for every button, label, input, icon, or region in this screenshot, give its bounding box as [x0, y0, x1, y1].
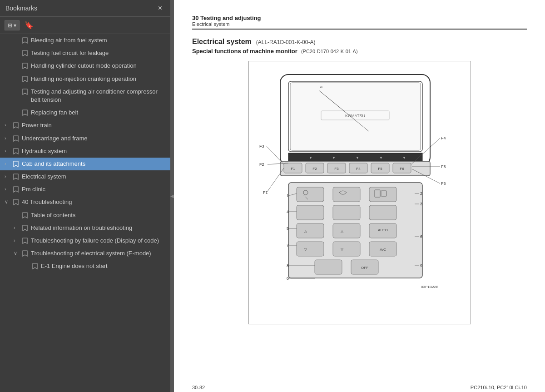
bookmark-icon [22, 75, 28, 83]
bookmark-label: E-1 Engine does not start [41, 262, 167, 270]
bookmark-label: Pm clinic [22, 185, 167, 194]
bookmarks-tree: Bleeding air from fuel system Testing fu… [0, 34, 170, 392]
svg-text:F5: F5 [378, 167, 382, 171]
bookmark-label: Power train [22, 121, 167, 129]
bookmark-icon [13, 122, 19, 129]
svg-text:F1: F1 [263, 190, 268, 195]
svg-rect-49 [297, 223, 324, 238]
section-title-text: Electrical system [192, 38, 252, 46]
bookmark-icon [32, 263, 38, 270]
close-button[interactable]: × [155, 4, 165, 13]
svg-text:6: 6 [420, 234, 422, 239]
svg-text:△: △ [341, 229, 344, 233]
svg-rect-48 [369, 205, 396, 220]
bookmark-icon [13, 148, 19, 155]
view-button[interactable]: ⊞ ▾ [5, 20, 20, 30]
bookmark-item[interactable]: › Related information on troubleshooting [0, 222, 170, 234]
figure-diagram: KOMATSU ▼ ▼ ▼ ▼ ▼ F1 [248, 61, 471, 324]
doc-footer: 30-82 PC210i-10, PC210LCi-10 [174, 381, 545, 392]
bookmark-icon [22, 212, 28, 219]
bookmark-label: Undercarriage and frame [22, 134, 167, 143]
bookmark-item[interactable]: ∨ Troubleshooting of electrical system (… [0, 247, 170, 260]
bookmark-label: Troubleshooting by failure code (Display… [31, 237, 167, 245]
tag-icon: 🔖 [25, 21, 34, 29]
bookmark-item[interactable]: Handling no-injection cranking operation [0, 73, 170, 85]
bookmark-item[interactable]: Testing fuel circuit for leakage [0, 47, 170, 60]
bookmark-item[interactable]: Bleeding air from fuel system [0, 34, 170, 47]
bookmark-item[interactable]: Table of contents [0, 209, 170, 222]
svg-text:▽: ▽ [341, 248, 344, 252]
diagram-svg-container: KOMATSU ▼ ▼ ▼ ▼ ▼ F1 [249, 61, 471, 324]
bookmark-item[interactable]: Replacing fan belt [0, 106, 170, 119]
bookmark-label: Related information on troubleshooting [31, 224, 167, 232]
svg-text:OFF: OFF [361, 266, 368, 270]
doc-header-left: 30 Testing and adjusting Electrical syst… [192, 15, 261, 27]
svg-text:F2: F2 [259, 162, 264, 167]
svg-text:AUTO: AUTO [377, 228, 387, 232]
svg-text:3: 3 [420, 202, 422, 206]
section-title: Electrical system (ALL-RA1D-001-K-00-A) [192, 38, 527, 46]
svg-text:F4: F4 [441, 136, 446, 140]
doc-page: 30 Testing and adjusting Electrical syst… [174, 0, 545, 381]
bookmark-icon [22, 250, 28, 257]
svg-text:F6: F6 [441, 181, 446, 186]
bookmark-label: Handling no-injection cranking operation [31, 75, 167, 83]
grid-icon: ⊞ [8, 22, 12, 29]
page-number: 30-82 [192, 385, 205, 390]
panel-toolbar: ⊞ ▾ 🔖 [0, 17, 170, 34]
expand-arrow-icon: › [5, 186, 12, 193]
bookmark-item[interactable]: › Undercarriage and frame [0, 132, 170, 145]
expand-arrow-icon: › [14, 237, 21, 244]
bookmark-icon [13, 173, 19, 180]
expand-arrow-icon: › [5, 148, 12, 154]
bookmark-icon [22, 62, 28, 69]
model-number: PC210i-10, PC210LCi-10 [471, 385, 527, 390]
bookmark-label: Handling cylinder cutout mode operation [31, 62, 167, 70]
bookmark-item[interactable]: E-1 Engine does not start [0, 260, 170, 273]
bookmark-item[interactable]: › Hydraulic system [0, 145, 170, 158]
bookmark-label: Cab and its attachments [22, 160, 167, 168]
bookmark-icon [13, 135, 19, 142]
svg-text:▼: ▼ [332, 156, 336, 160]
dropdown-arrow-icon: ▾ [14, 22, 16, 29]
bookmark-item[interactable]: › Power train [0, 119, 170, 132]
doc-chapter-sub: Electrical system [192, 21, 261, 27]
bookmark-label: Testing fuel circuit for leakage [31, 49, 167, 57]
bookmark-item[interactable]: › Cab and its attachments [0, 158, 170, 170]
bookmark-item[interactable]: Testing and adjusting air conditioner co… [0, 85, 170, 106]
svg-text:F3: F3 [334, 167, 339, 171]
bookmark-item[interactable]: Handling cylinder cutout mode operation [0, 60, 170, 72]
bookmark-label: Replacing fan belt [31, 109, 167, 117]
bookmark-button[interactable]: 🔖 [23, 20, 35, 31]
svg-rect-43 [369, 187, 396, 202]
svg-text:▼: ▼ [356, 156, 359, 160]
subsection-tag: (PC20-D170-042-K-01-A) [301, 49, 358, 54]
bookmark-item[interactable]: ∨ 40 Troubleshooting [0, 196, 170, 208]
bookmark-icon [13, 198, 19, 206]
svg-text:A/C: A/C [380, 248, 386, 252]
svg-text:▽: ▽ [304, 248, 307, 252]
bookmark-label: Table of contents [31, 211, 167, 219]
expand-arrow-icon: › [14, 224, 21, 231]
svg-rect-55 [297, 242, 324, 256]
svg-rect-39 [297, 187, 324, 202]
bookmark-icon [22, 88, 28, 95]
bookmark-item[interactable]: › Troubleshooting by failure code (Displ… [0, 234, 170, 247]
bookmark-icon [13, 160, 19, 168]
svg-text:F3: F3 [259, 144, 264, 149]
svg-rect-47 [333, 205, 360, 220]
svg-rect-61 [315, 260, 342, 274]
svg-text:▼: ▼ [402, 156, 406, 160]
bookmark-item[interactable]: › Electrical system [0, 170, 170, 183]
expand-arrow-icon: ∨ [5, 198, 12, 205]
bookmark-label: Hydraulic system [22, 147, 167, 155]
svg-line-28 [267, 146, 284, 164]
expand-arrow-icon: › [5, 160, 12, 167]
bookmark-label: Testing and adjusting air conditioner co… [31, 88, 167, 104]
resize-handle[interactable] [170, 0, 174, 392]
bookmark-item[interactable]: › Pm clinic [0, 183, 170, 196]
svg-rect-42 [333, 187, 360, 202]
document-panel: 30 Testing and adjusting Electrical syst… [174, 0, 545, 392]
svg-line-24 [267, 168, 284, 193]
svg-text:9: 9 [420, 263, 422, 268]
